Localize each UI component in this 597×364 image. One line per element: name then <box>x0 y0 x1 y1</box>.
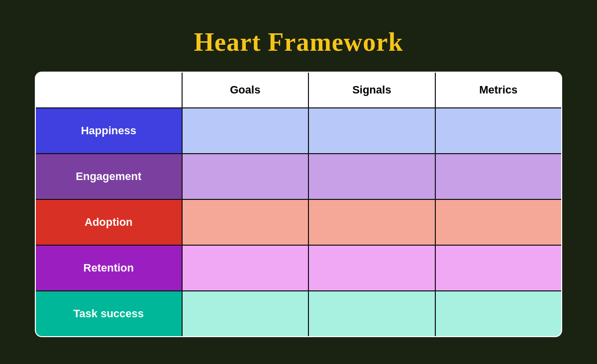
task-success-label: Task success <box>35 291 182 337</box>
happiness-goals-cell <box>182 108 308 154</box>
adoption-label: Adoption <box>35 199 182 245</box>
header-metrics: Metrics <box>435 72 562 108</box>
happiness-signals-cell <box>308 108 435 154</box>
header-goals: Goals <box>182 72 308 108</box>
retention-signals-cell <box>308 245 435 291</box>
retention-metrics-cell <box>435 245 562 291</box>
retention-goals-cell <box>182 245 308 291</box>
task-success-metrics-cell <box>435 291 562 337</box>
adoption-metrics-cell <box>435 199 562 245</box>
happiness-label: Happiness <box>35 108 182 154</box>
adoption-signals-cell <box>308 199 435 245</box>
engagement-label: Engagement <box>35 154 182 199</box>
task-success-signals-cell <box>308 291 435 337</box>
header-empty <box>35 72 182 108</box>
row-retention: Retention <box>35 245 562 291</box>
row-task-success: Task success <box>35 291 562 337</box>
page-title: Heart Framework <box>194 27 403 57</box>
retention-label: Retention <box>35 245 182 291</box>
heart-framework-table: Goals Signals Metrics HappinessEngagemen… <box>35 72 562 337</box>
adoption-goals-cell <box>182 199 308 245</box>
header-signals: Signals <box>308 72 435 108</box>
engagement-goals-cell <box>182 154 308 199</box>
engagement-signals-cell <box>308 154 435 199</box>
row-adoption: Adoption <box>35 199 562 245</box>
task-success-goals-cell <box>182 291 308 337</box>
row-happiness: Happiness <box>35 108 562 154</box>
happiness-metrics-cell <box>435 108 562 154</box>
row-engagement: Engagement <box>35 154 562 199</box>
engagement-metrics-cell <box>435 154 562 199</box>
